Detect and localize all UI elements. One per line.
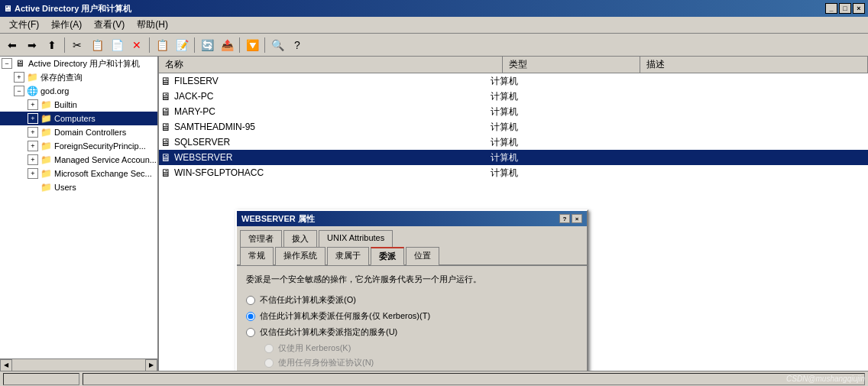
dialog-close-button[interactable]: × <box>572 214 582 223</box>
list-item[interactable]: 🖥 MARY-PC 计算机 <box>159 104 868 119</box>
list-item[interactable]: 🖥 WIN-SFGLPTOHACC 计算机 <box>159 165 868 180</box>
content-list: 🖥 FILESERV 计算机 🖥 JACK-PC 计算机 🖥 MARY-PC <box>159 73 868 180</box>
new-button[interactable]: 📝 <box>173 36 191 54</box>
copy-button[interactable]: 📋 <box>88 36 106 54</box>
menu-view[interactable]: 查看(V) <box>88 17 131 33</box>
back-button[interactable]: ⬅ <box>3 36 21 54</box>
folder-icon-mes: 📁 <box>40 167 52 180</box>
dialog-description: 委派是一个安全敏感的操作，它允许服务代表另一个用户运行。 <box>246 274 578 285</box>
scroll-right[interactable]: ▶ <box>145 359 157 371</box>
radio-group: 不信任此计算机来委派(O) 信任此计算机来委派任何服务(仅 Kerberos)(… <box>246 294 578 371</box>
sub-radio-anyauth-input <box>264 358 274 368</box>
expand-god[interactable]: − <box>14 86 24 96</box>
list-item-selected[interactable]: 🖥 WEBSERVER 计算机 <box>159 150 868 165</box>
col-type-header[interactable]: 类型 <box>503 57 640 73</box>
menu-action[interactable]: 操作(A) <box>45 17 88 33</box>
expand-msa[interactable]: + <box>28 154 38 165</box>
delete-button[interactable]: ✕ <box>128 36 146 54</box>
radio-notrust[interactable] <box>246 296 255 305</box>
separator-3 <box>194 37 195 53</box>
status-right <box>83 373 865 385</box>
menu-bar: 文件(F) 操作(A) 查看(V) 帮助(H) <box>0 17 868 34</box>
cut-button[interactable]: ✂ <box>68 36 86 54</box>
tree-node-mes[interactable]: + 📁 Microsoft Exchange Sec... <box>0 167 157 180</box>
separator-4 <box>239 37 240 53</box>
list-item[interactable]: 🖥 SQLSERVER 计算机 <box>159 135 868 150</box>
tree-node-fsp[interactable]: + 📁 ForeignSecurityPrincip... <box>0 139 157 153</box>
tree-label-saved: 保存的查询 <box>40 72 83 83</box>
item-name-webserver: 🖥 WEBSERVER <box>160 151 491 164</box>
radio-item-notrust: 不信任此计算机来委派(O) <box>246 294 578 306</box>
item-type-sqlserver: 计算机 <box>491 136 628 149</box>
scroll-left[interactable]: ◀ <box>0 359 12 371</box>
search-button[interactable]: 🔍 <box>268 36 287 54</box>
col-name-header[interactable]: 名称 <box>159 57 503 73</box>
tab-dialin[interactable]: 拨入 <box>283 230 317 247</box>
tree-node-computers[interactable]: + 📁 Computers <box>0 112 157 125</box>
tree-node-dc[interactable]: + 📁 Domain Controllers <box>0 125 157 139</box>
item-type-samtheadmin: 计算机 <box>491 121 628 134</box>
list-item[interactable]: 🖥 FILESERV 计算机 <box>159 73 868 89</box>
expand-computers[interactable]: + <box>28 113 38 124</box>
forward-button[interactable]: ➡ <box>23 36 41 54</box>
help-button[interactable]: ? <box>288 36 306 54</box>
tree-node-root[interactable]: − 🖥 Active Directory 用户和计算机 <box>0 57 157 70</box>
expand-fsp[interactable]: + <box>28 141 38 151</box>
dialog-help-button[interactable]: ? <box>559 214 570 223</box>
expand-dc[interactable]: + <box>28 127 38 138</box>
tree-label-msa: Managed Service Accoun... <box>54 155 157 164</box>
dialog-title-text: WEBSERVER 属性 <box>241 213 315 225</box>
tree-node-builtin[interactable]: + 📁 Builtin <box>0 98 157 112</box>
tree-node-god[interactable]: − 🌐 god.org <box>0 84 157 98</box>
up-button[interactable]: ⬆ <box>43 36 61 54</box>
title-bar-controls: _ □ × <box>825 3 865 14</box>
item-name-samtheadmin: 🖥 SAMTHEADMIN-95 <box>160 121 491 133</box>
item-name-sqlserver: 🖥 SQLSERVER <box>160 136 491 148</box>
domain-icon-god: 🌐 <box>26 85 38 97</box>
computer-icon-marypc: 🖥 <box>160 105 171 118</box>
scroll-track <box>12 359 145 371</box>
paste-button[interactable]: 📄 <box>108 36 126 54</box>
expand-mes[interactable]: + <box>28 168 38 179</box>
dialog-tabs-row2: 常规 操作系统 隶属于 委派 位置 <box>237 246 587 266</box>
menu-help[interactable]: 帮助(H) <box>131 17 174 33</box>
minimize-button[interactable]: _ <box>825 3 837 14</box>
tree-node-users[interactable]: 📁 Users <box>0 180 157 194</box>
tab-location[interactable]: 位置 <box>406 247 439 265</box>
tab-delegate[interactable]: 委派 <box>371 247 404 265</box>
tree-node-msa[interactable]: + 📁 Managed Service Accoun... <box>0 153 157 167</box>
root-icon: 🖥 <box>14 57 26 70</box>
title-bar: 🖥 Active Directory 用户和计算机 _ □ × <box>0 0 868 17</box>
refresh-button[interactable]: 🔄 <box>198 36 216 54</box>
maximize-button[interactable]: □ <box>839 3 851 14</box>
expand-builtin[interactable]: + <box>28 99 38 110</box>
close-button[interactable]: × <box>853 3 865 14</box>
item-type-fileserv: 计算机 <box>491 75 628 88</box>
list-item[interactable]: 🖥 SAMTHEADMIN-95 计算机 <box>159 119 868 135</box>
radio-trustspecific[interactable] <box>246 328 255 337</box>
item-name-fileserv: 🖥 FILESERV <box>160 75 491 87</box>
computer-icon-winsfgl: 🖥 <box>160 167 171 179</box>
dialog-title: WEBSERVER 属性 ? × <box>237 211 587 226</box>
expand-root[interactable]: − <box>2 58 12 69</box>
tree-scrollbar[interactable]: ◀ ▶ <box>0 358 157 371</box>
menu-file[interactable]: 文件(F) <box>3 17 45 33</box>
tree-node-saved[interactable]: + 📁 保存的查询 <box>0 70 157 84</box>
computer-icon-samtheadmin: 🖥 <box>160 121 171 133</box>
properties-button[interactable]: 📋 <box>153 36 171 54</box>
tab-os[interactable]: 操作系统 <box>275 247 326 265</box>
expand-saved[interactable]: + <box>14 72 24 83</box>
tab-unix[interactable]: UNIX Attributes <box>319 230 393 247</box>
separator-1 <box>64 37 65 53</box>
radio-trustall[interactable] <box>246 312 255 321</box>
list-item[interactable]: 🖥 JACK-PC 计算机 <box>159 89 868 104</box>
tree-label-dc: Domain Controllers <box>54 128 126 137</box>
export-button[interactable]: 📤 <box>218 36 236 54</box>
tab-member[interactable]: 隶属于 <box>327 247 369 265</box>
status-bar <box>0 371 868 386</box>
tab-general[interactable]: 常规 <box>240 247 274 265</box>
tab-manager[interactable]: 管理者 <box>240 230 282 247</box>
separator-5 <box>264 37 265 53</box>
filter-button[interactable]: 🔽 <box>243 36 261 54</box>
col-desc-header[interactable]: 描述 <box>640 57 868 73</box>
